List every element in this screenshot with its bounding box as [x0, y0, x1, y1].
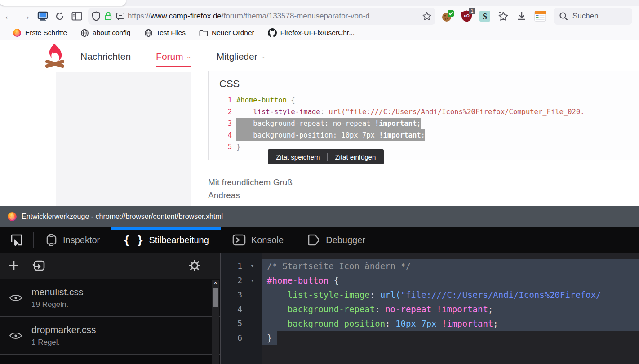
- search-icon: [559, 12, 568, 21]
- nav-forum[interactable]: Forum ⌄: [156, 44, 191, 67]
- code-line: 3 background-repeat: no-repeat !importan…: [219, 118, 639, 129]
- braces-icon: { }: [123, 234, 143, 247]
- code-line: 4 background-position: 10px 7px !importa…: [219, 129, 639, 141]
- url-fade: [399, 8, 419, 25]
- browser-chrome: ← →: [0, 0, 639, 40]
- chevron-down-icon: ⌄: [261, 53, 266, 60]
- extension-area: uO 1 S: [441, 9, 547, 23]
- fold-spacer: [242, 316, 262, 331]
- visibility-toggle[interactable]: [0, 331, 31, 341]
- quote-insert-button[interactable]: Zitat einfügen: [335, 153, 376, 161]
- code-line[interactable]: 1▾/* Startseite Icon ändern */: [221, 259, 639, 273]
- screen: ← →: [0, 0, 639, 364]
- forum-nav: Nachrichten Forum ⌄ Mitglieder ⌄: [80, 44, 266, 67]
- stylus-extension-button[interactable]: S: [478, 9, 492, 23]
- code-text: }: [262, 331, 277, 345]
- navigation-toolbar: ← →: [0, 6, 639, 26]
- star-sparkle-icon: [497, 10, 509, 22]
- tab-konsole[interactable]: Konsole: [221, 227, 295, 253]
- code-text: list-style-image: url("file:///C:/Users/…: [236, 106, 585, 118]
- fold-spacer: [242, 302, 262, 316]
- new-stylesheet-button[interactable]: [8, 260, 20, 271]
- scroll-up-arrow-icon[interactable]: ^: [212, 280, 219, 288]
- signature-greeting: Mit freundlichem Gruß: [208, 178, 293, 187]
- fold-arrow-icon[interactable]: ▾: [242, 259, 262, 273]
- permissions-bubble-icon[interactable]: [116, 12, 125, 21]
- forum-header: Nachrichten Forum ⌄ Mitglieder ⌄: [0, 40, 639, 71]
- line-number: 1: [219, 94, 232, 106]
- home-button[interactable]: [34, 9, 51, 24]
- bookmark-erste-schritte[interactable]: Erste Schritte: [13, 28, 67, 37]
- table-extension-button[interactable]: [533, 9, 547, 23]
- code-line: 1#home-button {: [219, 94, 639, 106]
- tab-label: Konsole: [251, 235, 284, 245]
- downloads-button[interactable]: [515, 9, 529, 23]
- shield-icon[interactable]: [92, 11, 101, 21]
- code-text: #home-button {: [236, 94, 295, 106]
- ublock-extension-button[interactable]: uO 1: [459, 9, 474, 23]
- reload-button[interactable]: [51, 9, 68, 24]
- line-number: 4: [221, 302, 242, 316]
- lock-icon[interactable]: [104, 11, 112, 21]
- code-text: background-position: 10px 7px !important…: [236, 129, 425, 141]
- node-picker-button[interactable]: [0, 227, 33, 253]
- bookmark-extension-button[interactable]: [496, 9, 510, 23]
- tab-inspektor[interactable]: Inspektor: [34, 227, 111, 253]
- bookmark-label: about:config: [93, 29, 130, 37]
- devtools-titlebar[interactable]: Entwicklerwerkzeuge - chrome://browser/c…: [0, 206, 639, 227]
- nav-nachrichten[interactable]: Nachrichten: [80, 44, 131, 67]
- styleeditor-toolbar: [0, 253, 220, 279]
- tab-label: Debugger: [326, 235, 365, 245]
- stylesheet-item-dropmarker[interactable]: dropmarker.css 1 Regel.: [0, 317, 220, 355]
- quote-tooltip: Zitat speichern Zitat einfügen: [268, 149, 384, 164]
- visibility-toggle[interactable]: [0, 293, 31, 303]
- line-number: 2: [221, 273, 242, 288]
- bookmark-star-icon[interactable]: [422, 11, 432, 21]
- tab-debugger[interactable]: Debugger: [295, 227, 377, 253]
- code-text: list-style-image: url("file:///C:/Users/…: [262, 288, 639, 302]
- fold-arrow-icon[interactable]: ▾: [242, 273, 262, 288]
- line-number: 3: [221, 288, 242, 302]
- signature-name: Andreas: [208, 191, 240, 200]
- stylesheet-rule-count: 1 Regel.: [31, 338, 96, 347]
- back-button[interactable]: ←: [0, 9, 17, 24]
- cookie-icon: [441, 9, 455, 23]
- eye-icon: [9, 293, 22, 303]
- stylesheet-name: menulist.css: [31, 287, 84, 297]
- browser-tab[interactable]: [0, 0, 126, 6]
- code-line[interactable]: 4 background-repeat: no-repeat !importan…: [221, 302, 639, 316]
- url-text: https://www.camp-firefox.de/forum/thema/…: [128, 12, 422, 21]
- sidebar-scrollbar[interactable]: ^: [212, 280, 219, 364]
- url-bar[interactable]: https://www.camp-firefox.de/forum/thema/…: [88, 8, 435, 25]
- post-code-block: CSS 1#home-button {2 list-style-image: u…: [208, 71, 639, 160]
- scrollbar-thumb[interactable]: [213, 288, 218, 307]
- code-line[interactable]: 3 list-style-image: url("file:///C:/User…: [221, 288, 639, 302]
- sidebar-toggle-button[interactable]: [68, 9, 85, 24]
- bookmark-folder-neuer-ordner[interactable]: Neuer Ordner: [199, 29, 254, 37]
- import-stylesheet-button[interactable]: [32, 259, 46, 272]
- search-bar[interactable]: Suchen: [554, 8, 632, 25]
- css-source-editor[interactable]: 1▾/* Startseite Icon ändern */2▾#home-bu…: [221, 253, 639, 364]
- bookmark-github-repo[interactable]: Firefox-UI-Fix/userChr...: [268, 28, 355, 37]
- quote-save-button[interactable]: Zitat speichern: [276, 153, 320, 161]
- stylesheet-item-partial[interactable]: [0, 355, 220, 364]
- stylesheet-item-menulist[interactable]: menulist.css 19 Regeln.: [0, 279, 220, 317]
- fold-spacer: [242, 288, 262, 302]
- forward-button[interactable]: →: [17, 9, 34, 24]
- bookmark-label: Firefox-UI-Fix/userChr...: [280, 29, 355, 37]
- bookmark-about-config[interactable]: about:config: [80, 29, 130, 37]
- code-line[interactable]: 6}: [221, 331, 639, 345]
- campfire-logo[interactable]: [43, 43, 66, 69]
- eye-icon: [9, 331, 22, 341]
- code-line[interactable]: 5 background-position: 10px 7px !importa…: [221, 316, 639, 331]
- nav-mitglieder[interactable]: Mitglieder ⌄: [217, 44, 266, 67]
- code-line[interactable]: 2▾#home-button {: [221, 273, 639, 288]
- stylesheet-name: dropmarker.css: [31, 324, 96, 335]
- tab-stilbearbeitung[interactable]: { } Stilbearbeitung: [111, 227, 221, 253]
- options-gear-button[interactable]: [188, 259, 201, 272]
- globe-icon: [80, 29, 89, 37]
- ublock-badge: 1: [469, 8, 475, 14]
- inspector-icon: [45, 233, 58, 247]
- cookie-extension-button[interactable]: [441, 9, 455, 23]
- bookmark-test-files[interactable]: Test Files: [144, 29, 186, 37]
